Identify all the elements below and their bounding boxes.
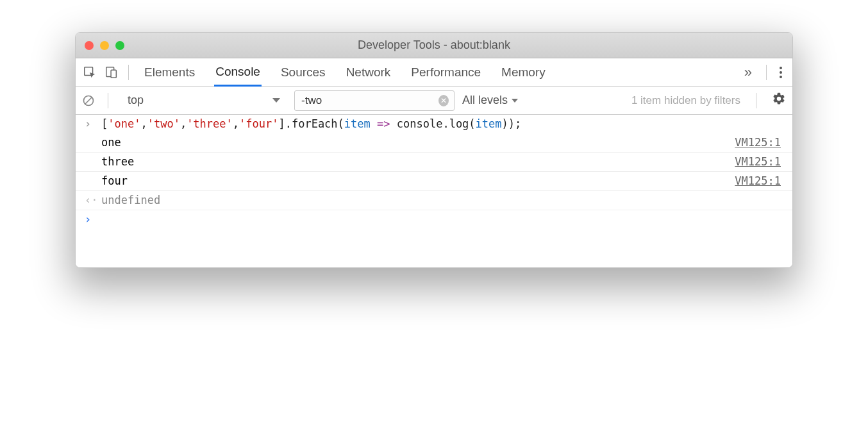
levels-label: All levels — [462, 94, 508, 107]
device-toggle-icon[interactable] — [104, 65, 119, 80]
chevron-down-icon — [272, 98, 280, 103]
log-levels-selector[interactable]: All levels — [462, 94, 518, 107]
input-caret-icon: › — [85, 117, 91, 130]
minimize-icon[interactable] — [100, 41, 109, 50]
settings-icon[interactable] — [772, 92, 786, 109]
clear-filter-icon[interactable]: ✕ — [438, 95, 449, 106]
titlebar[interactable]: Developer Tools - about:blank — [76, 33, 792, 58]
separator — [108, 93, 108, 108]
panel-tabs: Elements Console Sources Network Perform… — [143, 58, 739, 87]
context-label: top — [128, 94, 144, 107]
source-link[interactable]: VM125:1 — [735, 155, 783, 168]
window-title: Developer Tools - about:blank — [76, 38, 792, 52]
separator — [128, 65, 129, 80]
log-message[interactable]: one — [101, 136, 735, 149]
menu-icon[interactable] — [776, 67, 786, 78]
hidden-by-filters-label: 1 item hidden by filters — [631, 94, 740, 107]
tab-performance[interactable]: Performance — [410, 59, 482, 85]
window-controls — [85, 41, 124, 50]
svg-line-4 — [85, 97, 92, 104]
source-link[interactable]: VM125:1 — [735, 136, 783, 149]
svg-rect-2 — [111, 70, 116, 78]
close-icon[interactable] — [85, 41, 94, 50]
return-caret-icon: ‹· — [85, 194, 97, 206]
log-message[interactable]: three — [101, 155, 735, 168]
filter-input-wrapper: ✕ — [294, 90, 455, 111]
tab-memory[interactable]: Memory — [500, 59, 547, 85]
context-selector[interactable]: top — [121, 91, 287, 110]
separator — [756, 93, 756, 108]
console-filter-bar: top ✕ All levels 1 item hidden by filter… — [76, 87, 792, 115]
clear-console-icon[interactable] — [82, 94, 95, 107]
devtools-window: Developer Tools - about:blank Elements C… — [75, 32, 793, 268]
prompt-caret-icon: › — [85, 213, 91, 226]
console-input-row: › ['one','two','three','four'].forEach(i… — [76, 115, 792, 133]
maximize-icon[interactable] — [115, 41, 124, 50]
console-prompt-row[interactable]: › — [76, 210, 792, 229]
source-link[interactable]: VM125:1 — [735, 174, 783, 187]
return-value[interactable]: undefined — [101, 194, 783, 206]
chevron-down-icon — [512, 99, 518, 103]
separator — [766, 65, 767, 80]
tab-sources[interactable]: Sources — [280, 59, 327, 85]
tab-network[interactable]: Network — [345, 59, 392, 85]
log-message[interactable]: four — [101, 174, 735, 187]
more-tabs-icon[interactable]: » — [739, 64, 757, 81]
console-input-code[interactable]: ['one','two','three','four'].forEach(ite… — [101, 117, 783, 130]
inspect-icon[interactable] — [82, 65, 97, 80]
console-body: › ['one','two','three','four'].forEach(i… — [76, 115, 792, 267]
tab-console[interactable]: Console — [214, 58, 262, 87]
filter-input[interactable] — [300, 94, 438, 108]
tab-elements[interactable]: Elements — [143, 59, 196, 85]
console-return-row: ‹· undefined — [76, 191, 792, 210]
main-toolbar: Elements Console Sources Network Perform… — [76, 58, 792, 87]
console-log-row: one VM125:1 — [76, 133, 792, 153]
console-log-row: three VM125:1 — [76, 153, 792, 172]
console-log-row: four VM125:1 — [76, 172, 792, 191]
